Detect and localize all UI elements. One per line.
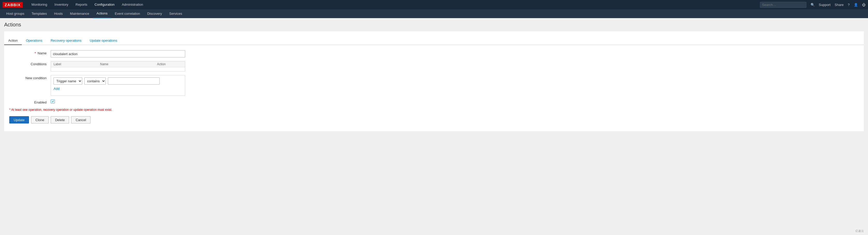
new-condition-row: New condition Trigger name contains Add	[4, 75, 864, 96]
conditions-table: Label Name Action	[51, 61, 185, 71]
nav-configuration[interactable]: Configuration	[91, 0, 118, 9]
enabled-row: Enabled	[4, 99, 864, 104]
subnav-hosts[interactable]: Hosts	[51, 9, 66, 18]
help-link[interactable]: ?	[848, 3, 850, 7]
add-link-container: Add	[54, 87, 182, 91]
zabbix-logo: ZABBIX	[3, 2, 23, 8]
conditions-label: Conditions	[9, 61, 51, 66]
subnav-maintenance[interactable]: Maintenance	[66, 9, 93, 18]
name-field	[51, 50, 185, 57]
cancel-button[interactable]: Cancel	[71, 116, 90, 123]
logout-icon[interactable]: ⏻	[862, 3, 865, 7]
action-buttons: Update Clone Delete Cancel	[4, 114, 864, 126]
new-condition-controls: Trigger name contains	[54, 78, 182, 85]
enabled-checkbox[interactable]	[51, 99, 55, 104]
col-name-header: Name	[100, 62, 157, 66]
col-action-header: Action	[157, 62, 182, 66]
search-icon: 🔍	[811, 3, 815, 7]
nav-reports[interactable]: Reports	[72, 0, 91, 9]
enabled-checkbox-wrapper	[51, 99, 185, 104]
top-nav: ZABBIX Monitoring Inventory Reports Conf…	[0, 0, 868, 9]
form-container: Action Operations Recovery operations Up…	[4, 31, 864, 131]
page-title: Actions	[4, 22, 864, 28]
subnav-host-groups[interactable]: Host groups	[3, 9, 28, 18]
condition-value-input[interactable]	[108, 78, 160, 85]
tab-recovery-operations[interactable]: Recovery operations	[46, 36, 86, 45]
condition-operator-select[interactable]: contains	[84, 78, 106, 85]
nav-monitoring[interactable]: Monitoring	[28, 0, 51, 9]
nav-administration[interactable]: Administration	[118, 0, 147, 9]
tab-update-operations[interactable]: Update operations	[86, 36, 121, 45]
subnav-discovery[interactable]: Discovery	[144, 9, 165, 18]
condition-type-select[interactable]: Trigger name	[54, 78, 82, 85]
conditions-row: Conditions Label Name Action	[4, 61, 864, 71]
share-link[interactable]: Share	[835, 3, 844, 7]
subnav-services[interactable]: Services	[165, 9, 186, 18]
subnav-event-correlation[interactable]: Event correlation	[111, 9, 144, 18]
col-label-header: Label	[54, 62, 100, 66]
subnav-templates[interactable]: Templates	[28, 9, 51, 18]
tabs: Action Operations Recovery operations Up…	[4, 36, 864, 45]
search-input[interactable]	[760, 2, 806, 8]
tab-operations[interactable]: Operations	[22, 36, 46, 45]
clone-button[interactable]: Clone	[31, 116, 49, 123]
name-input[interactable]	[51, 50, 185, 57]
required-star: *	[35, 51, 36, 55]
user-icon[interactable]: 👤	[854, 3, 858, 7]
conditions-header: Label Name Action	[51, 61, 185, 67]
top-nav-links: Monitoring Inventory Reports Configurati…	[28, 0, 760, 9]
update-button[interactable]: Update	[9, 116, 29, 123]
name-row: * Name	[4, 50, 864, 57]
top-nav-right: 🔍 Support Share ? 👤 ⏻	[760, 2, 865, 8]
sub-nav: Host groups Templates Hosts Maintenance …	[0, 9, 868, 18]
support-link[interactable]: Support	[819, 3, 831, 7]
nav-inventory[interactable]: Inventory	[51, 0, 72, 9]
new-condition-field: Trigger name contains Add	[51, 75, 185, 96]
new-condition-label: New condition	[9, 75, 51, 80]
new-condition-wrapper: Trigger name contains Add	[51, 75, 185, 96]
page-content: Actions Action Operations Recovery opera…	[0, 18, 868, 135]
warning-message: * At least one operation, recovery opera…	[9, 108, 859, 112]
conditions-field: Label Name Action	[51, 61, 185, 71]
enabled-label: Enabled	[9, 99, 51, 104]
add-condition-link[interactable]: Add	[54, 87, 60, 91]
delete-button[interactable]: Delete	[51, 116, 69, 123]
name-label: * Name	[9, 50, 51, 55]
subnav-actions[interactable]: Actions	[93, 9, 111, 19]
enabled-field	[51, 99, 185, 104]
tab-action[interactable]: Action	[4, 36, 22, 45]
